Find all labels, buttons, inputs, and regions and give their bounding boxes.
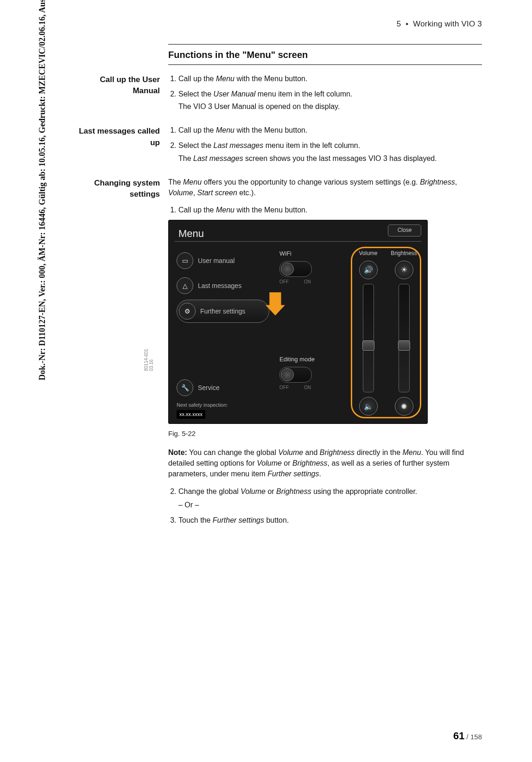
wrench-icon: 🔧 xyxy=(177,379,193,396)
menu-item-user-manual[interactable]: ▭ User manual xyxy=(177,250,269,272)
volume-column: Volume 🔊 🔈 xyxy=(353,250,384,416)
doc-id-vertical: Dok.-Nr: D110127-EN, Ver.: 000, ÄM-Nr: 1… xyxy=(36,0,48,380)
toggle-column: WiFi OFF ON Editing mode xyxy=(279,250,340,391)
brightness-down-button[interactable]: ✺ xyxy=(395,397,413,416)
running-head: 5 • Working with VIO 3 xyxy=(72,19,482,30)
menu-screenshot: Menu Close ▭ User manual △ Last messages xyxy=(168,220,428,424)
menu-title: Menu xyxy=(178,226,204,241)
divider xyxy=(175,241,421,242)
note-paragraph: Note: You can change the global Volume a… xyxy=(168,447,482,480)
step: Select the Last messages menu item in th… xyxy=(178,140,482,163)
slider-knob xyxy=(362,340,374,351)
side-heading-user-manual: Call up the User Manual xyxy=(72,73,168,97)
editing-mode-label: Editing mode xyxy=(279,355,340,364)
step: Change the global Volume or Brightness u… xyxy=(178,486,482,510)
brightness-column: Brightness ☀ ✺ xyxy=(388,250,419,416)
step: Call up the Menu with the Menu button. xyxy=(178,205,482,215)
brightness-label: Brightness xyxy=(391,250,417,257)
figure-caption: Fig. 5-22 xyxy=(168,429,482,439)
toggle-knob xyxy=(281,263,294,275)
or-divider: – Or – xyxy=(178,499,482,510)
gear-icon: ⚙ xyxy=(179,303,196,320)
rule-top xyxy=(168,44,482,45)
step: Call up the Menu with the Menu button. xyxy=(178,125,482,135)
side-heading-system-settings: Changing system settings xyxy=(72,177,168,200)
toggle-knob xyxy=(281,368,294,381)
block-user-manual: Call up the User Manual Call up the Menu… xyxy=(168,73,482,117)
doc-part-number: 80114-601 03.16 xyxy=(144,349,154,371)
slider-panel: Volume 🔊 🔈 Brightness ☀ xyxy=(353,250,419,416)
steps-system-settings: Call up the Menu with the Menu button. xyxy=(168,205,482,215)
menu-item-service[interactable]: 🔧 Service xyxy=(177,377,269,399)
section-title: Functions in the "Menu" screen xyxy=(168,48,482,62)
chapter-number: 5 xyxy=(397,19,401,28)
intro-paragraph: The Menu offers you the opportunity to c… xyxy=(168,177,482,198)
volume-down-button[interactable]: 🔈 xyxy=(359,397,378,416)
block-system-settings: Changing system settings The Menu offers… xyxy=(168,177,482,530)
chapter-title: Working with VIO 3 xyxy=(413,19,482,28)
menu-item-further-settings[interactable]: ⚙ Further settings xyxy=(177,300,269,323)
wifi-toggle[interactable] xyxy=(279,261,312,277)
content-area: Functions in the "Menu" screen Call up t… xyxy=(168,44,482,531)
step: Call up the Menu with the Menu button. xyxy=(178,73,482,84)
page: 5 • Working with VIO 3 Dok.-Nr: D110127-… xyxy=(0,0,532,762)
note-label: Note: xyxy=(168,448,187,456)
brightness-up-button[interactable]: ☀ xyxy=(395,261,413,279)
volume-up-button[interactable]: 🔊 xyxy=(359,261,378,279)
close-button[interactable]: Close xyxy=(388,224,421,237)
brightness-slider[interactable] xyxy=(399,284,410,393)
page-number: 61 / 158 xyxy=(453,729,482,743)
book-icon: ▭ xyxy=(177,252,193,269)
volume-label: Volume xyxy=(359,250,377,257)
side-heading-last-messages: Last messages called up xyxy=(72,125,168,148)
rule-under-title xyxy=(168,64,482,65)
steps-user-manual: Call up the Menu with the Menu button. S… xyxy=(168,73,482,112)
editing-mode-toggle[interactable] xyxy=(279,367,312,383)
slider-knob xyxy=(398,340,410,351)
block-last-messages: Last messages called up Call up the Menu… xyxy=(168,125,482,168)
volume-slider[interactable] xyxy=(363,284,374,393)
menu-item-last-messages[interactable]: △ Last messages xyxy=(177,275,269,297)
menu-item-list: ▭ User manual △ Last messages ⚙ Further … xyxy=(177,250,269,419)
step: Select the User Manual menu item in the … xyxy=(178,89,482,112)
warning-icon: △ xyxy=(177,277,193,294)
bullet-icon: • xyxy=(405,19,408,28)
steps-system-settings-cont: Change the global Volume or Brightness u… xyxy=(168,486,482,526)
next-inspection: Next safety inspection: xx.xx.xxxx xyxy=(177,402,269,419)
step: Touch the Further settings button. xyxy=(178,515,482,525)
wifi-label: WiFi xyxy=(279,250,340,258)
steps-last-messages: Call up the Menu with the Menu button. S… xyxy=(168,125,482,164)
